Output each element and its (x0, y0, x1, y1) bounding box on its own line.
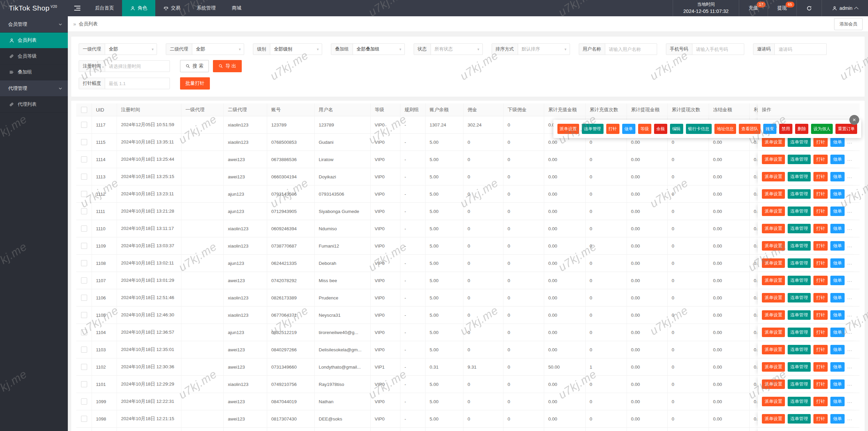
row-action-button[interactable]: 做单 (830, 310, 845, 320)
popup-action-button[interactable]: 账变 (763, 124, 776, 134)
row-action-button[interactable]: 连单管理 (788, 241, 811, 251)
row-checkbox[interactable] (81, 347, 87, 353)
row-action-button[interactable]: 派单设置 (762, 397, 785, 406)
nav-item[interactable]: 交易 (155, 0, 189, 16)
popup-action-button[interactable]: 编辑 (670, 124, 683, 134)
more-actions-button[interactable]: ... (847, 347, 852, 352)
user-menu[interactable]: admin (822, 0, 868, 16)
close-icon[interactable]: × (849, 115, 859, 125)
more-actions-button[interactable]: ... (847, 260, 852, 266)
popup-action-button[interactable]: 禁用 (779, 124, 792, 134)
row-checkbox[interactable] (81, 191, 87, 197)
popup-action-button[interactable]: 连单管理 (582, 124, 604, 134)
row-checkbox[interactable] (81, 329, 87, 335)
popup-action-button[interactable]: 打针 (606, 124, 619, 134)
more-actions-button[interactable]: ... (847, 156, 852, 162)
row-action-button[interactable]: 打针 (813, 258, 828, 268)
row-action-button[interactable]: 连单管理 (788, 258, 811, 268)
nav-item[interactable]: 系统管理 (189, 0, 224, 16)
nav-item[interactable]: 商城 (224, 0, 250, 16)
filter-text-input[interactable] (775, 44, 826, 55)
row-action-button[interactable]: 打针 (813, 362, 828, 372)
filter-select-value[interactable]: 所有状态▾ (431, 44, 482, 55)
popup-action-button[interactable]: 重置订单 (835, 124, 857, 134)
popup-action-button[interactable]: 查看团队 (739, 124, 761, 134)
row-action-button[interactable]: 派单设置 (762, 155, 785, 164)
row-action-button[interactable]: 打针 (813, 172, 828, 181)
popup-action-button[interactable]: 地址信息 (714, 124, 736, 134)
row-action-button[interactable]: 连单管理 (788, 414, 811, 424)
row-action-button[interactable]: 做单 (830, 207, 845, 216)
row-action-button[interactable]: 连单管理 (788, 328, 811, 337)
row-checkbox[interactable] (81, 312, 87, 318)
row-action-button[interactable]: 做单 (830, 328, 845, 337)
row-checkbox[interactable] (81, 208, 87, 214)
row-action-button[interactable]: 做单 (830, 224, 845, 233)
more-actions-button[interactable]: ... (847, 277, 852, 283)
recharge-link[interactable]: 充值 17 (739, 0, 768, 16)
row-action-button[interactable]: 打针 (813, 241, 828, 251)
sidebar-group-header[interactable]: 会员管理 (0, 16, 68, 33)
row-checkbox[interactable] (81, 174, 87, 180)
row-action-button[interactable]: 派单设置 (762, 362, 785, 372)
row-action-button[interactable]: 派单设置 (762, 207, 785, 216)
batch-inject-button[interactable]: 批量打针 (180, 77, 210, 90)
popup-action-button[interactable]: 等级 (638, 124, 651, 134)
row-action-button[interactable]: 连单管理 (788, 207, 811, 216)
row-action-button[interactable]: 派单设置 (762, 241, 785, 251)
filter-select-value[interactable]: 全部级别▾ (270, 44, 322, 55)
row-action-button[interactable]: 打针 (813, 276, 828, 285)
row-checkbox[interactable] (81, 226, 87, 232)
row-action-button[interactable]: 做单 (830, 137, 845, 147)
nav-item[interactable]: 后台首页 (87, 0, 122, 16)
row-action-button[interactable]: 连单管理 (788, 189, 811, 199)
row-action-button[interactable]: 打针 (813, 293, 828, 302)
row-action-button[interactable]: 派单设置 (762, 328, 785, 337)
row-checkbox[interactable] (81, 295, 87, 301)
sidebar-item[interactable]: 叠加组 (0, 64, 68, 80)
row-action-button[interactable]: 派单设置 (762, 172, 785, 181)
row-action-button[interactable]: 打针 (813, 189, 828, 199)
sidebar-item[interactable]: 会员列表 (0, 33, 68, 48)
more-actions-button[interactable]: ... (847, 329, 852, 335)
filter-select-value[interactable]: 全部▾ (192, 44, 244, 55)
row-action-button[interactable]: 做单 (830, 276, 845, 285)
row-action-button[interactable]: 打针 (813, 310, 828, 320)
filter-select-value[interactable]: 全部叠加组▾ (353, 44, 405, 55)
sidebar-group-header[interactable]: 代理管理 (0, 80, 68, 97)
more-actions-button[interactable]: ... (847, 364, 852, 369)
inject-range-input[interactable] (105, 78, 170, 89)
row-action-button[interactable]: 打针 (813, 379, 828, 389)
popup-action-button[interactable]: 银行卡信息 (686, 124, 712, 134)
popup-action-button[interactable]: 派单设置 (557, 124, 579, 134)
row-action-button[interactable]: 做单 (830, 397, 845, 406)
row-checkbox[interactable] (81, 122, 87, 128)
row-action-button[interactable]: 做单 (830, 345, 845, 354)
more-actions-button[interactable]: ... (847, 208, 852, 214)
select-all-checkbox[interactable] (81, 107, 87, 113)
filter-text-input[interactable] (605, 44, 657, 55)
row-action-button[interactable]: 派单设置 (762, 258, 785, 268)
register-time-input[interactable] (105, 61, 170, 72)
export-button[interactable]: 导 出 (213, 60, 242, 72)
add-member-button[interactable]: 添加会员 (834, 18, 863, 30)
more-actions-button[interactable]: ... (847, 416, 852, 421)
filter-select-value[interactable]: 全部▾ (105, 44, 157, 55)
row-action-button[interactable]: 连单管理 (788, 345, 811, 354)
row-action-button[interactable]: 做单 (830, 362, 845, 372)
row-checkbox[interactable] (81, 381, 87, 387)
row-action-button[interactable]: 连单管理 (788, 137, 811, 147)
row-action-button[interactable]: 连单管理 (788, 379, 811, 389)
row-action-button[interactable]: 连单管理 (788, 362, 811, 372)
popup-action-button[interactable]: 删除 (795, 124, 808, 134)
more-actions-button[interactable]: ... (847, 139, 852, 144)
row-action-button[interactable]: 派单设置 (762, 189, 785, 199)
row-action-button[interactable]: 连单管理 (788, 172, 811, 181)
sidebar-item[interactable]: 会员等级 (0, 48, 68, 64)
row-action-button[interactable]: 派单设置 (762, 276, 785, 285)
row-action-button[interactable]: 连单管理 (788, 155, 811, 164)
row-action-button[interactable]: 做单 (830, 241, 845, 251)
row-action-button[interactable]: 打针 (813, 137, 828, 147)
more-actions-button[interactable]: ... (847, 191, 852, 196)
row-action-button[interactable]: 连单管理 (788, 310, 811, 320)
